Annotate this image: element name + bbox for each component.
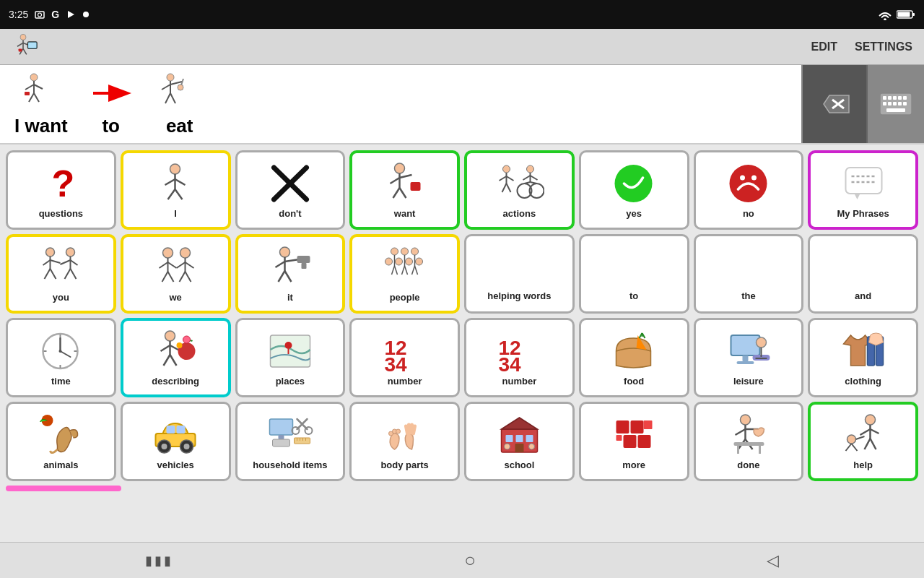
svg-rect-117 (301, 263, 306, 269)
cell-no[interactable]: no (694, 150, 804, 230)
settings-button[interactable]: SETTINGS (855, 40, 912, 53)
vehicles-icon (150, 413, 201, 457)
nav-back[interactable]: ◁ (767, 551, 779, 570)
svg-rect-207 (616, 435, 622, 441)
svg-rect-43 (888, 102, 892, 105)
svg-rect-15 (29, 43, 36, 48)
svg-point-57 (394, 163, 404, 173)
cell-label-leisure: leisure (733, 376, 764, 387)
svg-line-60 (399, 175, 411, 178)
cell-clothing[interactable]: clothing (808, 318, 918, 397)
svg-line-68 (502, 184, 507, 192)
nav-recent[interactable]: ▮▮▮ (145, 553, 173, 569)
cell-label-number2: number (502, 376, 537, 387)
cell-the[interactable]: the (694, 234, 804, 314)
dot-icon (82, 11, 90, 18)
cell-to[interactable]: to (579, 234, 689, 314)
cell-householditems[interactable]: household items (235, 402, 346, 481)
svg-rect-39 (893, 96, 897, 100)
cell-and[interactable]: and (808, 234, 918, 314)
cell-you[interactable]: you (6, 234, 116, 314)
cell-helpingwords[interactable]: helping words (464, 234, 575, 314)
cell-yes[interactable]: yes (579, 150, 689, 230)
cell-animals[interactable]: animals (6, 402, 116, 481)
svg-rect-151 (270, 335, 310, 367)
cell-i[interactable]: I (121, 150, 231, 230)
svg-rect-198 (516, 435, 523, 442)
svg-line-27 (162, 85, 170, 90)
cell-time[interactable]: time (6, 318, 116, 397)
backspace-button[interactable] (801, 65, 866, 143)
cell-describing[interactable]: describing (121, 318, 231, 397)
cell-number2[interactable]: 12 34 number (464, 318, 575, 397)
svg-line-66 (500, 176, 507, 181)
school-icon (494, 413, 544, 457)
cell-food[interactable]: food (579, 318, 689, 397)
svg-point-98 (163, 248, 173, 258)
cell-questions[interactable]: ? questions (6, 150, 116, 230)
keyboard-button[interactable] (866, 65, 924, 143)
partial-row (6, 486, 918, 491)
svg-rect-46 (903, 102, 907, 105)
time-icon (35, 329, 86, 373)
cell-actions[interactable]: actions (464, 150, 575, 230)
cell-leisure[interactable]: leisure (694, 318, 804, 397)
cell-places[interactable]: places (235, 318, 346, 397)
cell-help[interactable]: help (808, 402, 918, 481)
cell-label-want: want (394, 208, 416, 219)
leisure-icon (723, 329, 774, 373)
svg-line-59 (390, 178, 399, 184)
sentence-word-eat: eat (154, 72, 205, 137)
animals-icon (35, 413, 86, 457)
cell-done[interactable]: done (694, 402, 804, 481)
cell-label-you: you (53, 292, 69, 303)
cell-more[interactable]: more (579, 402, 689, 481)
svg-marker-196 (502, 418, 538, 429)
number1-icon: 12 34 (380, 329, 430, 373)
svg-line-72 (523, 176, 531, 180)
svg-line-19 (25, 85, 34, 90)
yes-icon (609, 162, 659, 205)
svg-point-123 (405, 258, 412, 265)
cell-number1[interactable]: 12 34 number (349, 318, 460, 397)
svg-rect-208 (644, 420, 653, 429)
cell-label-number1: number (388, 376, 422, 387)
cell-label-done: done (737, 460, 759, 470)
svg-point-119 (401, 248, 408, 255)
svg-line-112 (275, 262, 284, 267)
keyboard-icon (878, 90, 914, 118)
svg-point-201 (505, 444, 510, 449)
svg-point-80 (740, 175, 745, 180)
i-icon (150, 162, 201, 205)
cell-people[interactable]: people (349, 234, 460, 314)
svg-point-122 (395, 258, 402, 265)
svg-line-22 (34, 93, 39, 102)
svg-point-49 (170, 164, 180, 174)
svg-rect-44 (893, 102, 897, 105)
svg-line-28 (170, 82, 182, 85)
battery-icon (897, 9, 915, 20)
cell-it[interactable]: it (235, 234, 346, 314)
cell-want[interactable]: want (349, 150, 460, 230)
help-icon (838, 413, 889, 457)
cell-bodyparts[interactable]: body parts (349, 402, 460, 481)
cell-school[interactable]: school (464, 402, 575, 481)
nav-home[interactable]: ○ (464, 549, 476, 571)
cell-dont[interactable]: don't (235, 150, 346, 230)
clothing-icon (838, 329, 889, 373)
svg-line-101 (168, 262, 177, 268)
toolbar-right[interactable]: EDIT SETTINGS (811, 40, 912, 53)
edit-button[interactable]: EDIT (811, 40, 837, 53)
myphrases-icon (838, 162, 889, 205)
cell-myphrases[interactable]: My Phrases (808, 150, 918, 230)
cell-we[interactable]: we (121, 234, 231, 314)
svg-line-67 (507, 176, 514, 181)
svg-line-132 (411, 266, 414, 275)
svg-line-91 (51, 269, 56, 279)
cell-label-householditems: household items (253, 460, 327, 470)
cell-vehicles[interactable]: vehicles (121, 402, 231, 481)
cell-label-dont: don't (279, 208, 301, 219)
svg-rect-204 (631, 420, 644, 434)
svg-point-17 (30, 74, 38, 81)
partial-indicator (6, 486, 121, 491)
